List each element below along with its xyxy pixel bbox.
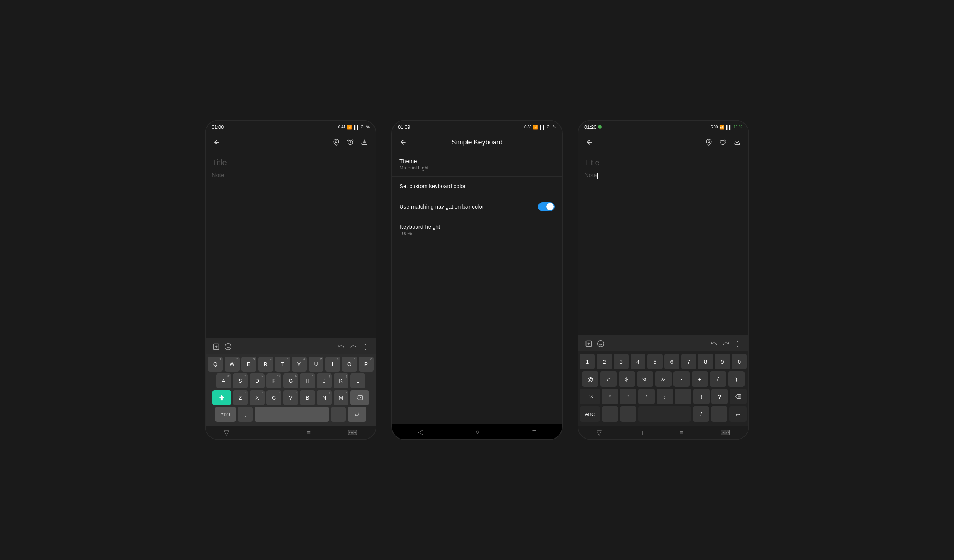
key-e[interactable]: 3E bbox=[242, 357, 256, 372]
right-kb-undo-btn[interactable] bbox=[708, 338, 720, 350]
key-j[interactable]: (J bbox=[317, 373, 332, 388]
left-kb-undo-btn[interactable] bbox=[335, 341, 347, 353]
key-w[interactable]: 2W bbox=[225, 357, 240, 372]
key-r[interactable]: 4R bbox=[258, 357, 273, 372]
key-n[interactable]: !N bbox=[317, 390, 332, 405]
right-note-area[interactable]: Title Note bbox=[578, 152, 748, 335]
key-6[interactable]: 6 bbox=[664, 354, 680, 369]
key-k[interactable]: )K bbox=[334, 373, 348, 388]
key-squote[interactable]: ' bbox=[638, 389, 655, 404]
left-alarm-button[interactable] bbox=[344, 135, 357, 149]
key-slash[interactable]: / bbox=[693, 406, 709, 422]
key-right-space[interactable] bbox=[638, 406, 691, 422]
left-nav-back[interactable]: ▽ bbox=[224, 429, 229, 437]
key-x[interactable]: ·X bbox=[250, 390, 265, 405]
key-underscore[interactable]: _ bbox=[620, 406, 636, 422]
key-q[interactable]: 1Q bbox=[208, 357, 223, 372]
settings-custom-color-item[interactable]: Set custom keyboard color bbox=[392, 177, 562, 196]
middle-nav-back[interactable]: ◁ bbox=[418, 428, 423, 436]
key-dollar[interactable]: $ bbox=[619, 371, 635, 387]
right-kb-emoji-btn[interactable] bbox=[595, 338, 607, 350]
key-right-comma[interactable]: , bbox=[602, 406, 618, 422]
right-kb-add-btn[interactable] bbox=[583, 338, 595, 350]
key-hash[interactable]: # bbox=[600, 371, 617, 387]
key-right-del[interactable] bbox=[730, 389, 747, 404]
key-more-symbols[interactable]: =\< bbox=[580, 389, 600, 404]
key-lparen[interactable]: ( bbox=[710, 371, 726, 387]
middle-nav-recent[interactable]: ≡ bbox=[532, 428, 536, 436]
key-v[interactable]: ·V bbox=[283, 390, 298, 405]
left-kb-redo-btn[interactable] bbox=[347, 341, 359, 353]
key-o[interactable]: 9O bbox=[342, 357, 357, 372]
right-kb-redo-btn[interactable] bbox=[720, 338, 732, 350]
right-nav-home[interactable]: □ bbox=[639, 429, 643, 437]
key-rparen[interactable]: ) bbox=[728, 371, 745, 387]
key-semicolon[interactable]: ; bbox=[675, 389, 691, 404]
right-nav-back[interactable]: ▽ bbox=[597, 429, 602, 437]
key-abc[interactable]: ABC bbox=[580, 406, 600, 422]
key-4[interactable]: 4 bbox=[631, 354, 645, 369]
key-plus[interactable]: + bbox=[692, 371, 708, 387]
key-7[interactable]: 7 bbox=[681, 354, 696, 369]
middle-nav-home[interactable]: ○ bbox=[475, 428, 480, 436]
left-kb-more-btn[interactable]: ⋮ bbox=[359, 341, 371, 353]
left-kb-add-btn[interactable] bbox=[210, 341, 222, 353]
key-f[interactable]: %F bbox=[267, 373, 281, 388]
key-period[interactable]: . bbox=[331, 407, 346, 422]
key-u[interactable]: 7U bbox=[309, 357, 323, 372]
key-right-period[interactable]: . bbox=[711, 406, 728, 422]
left-kb-emoji-btn[interactable] bbox=[222, 341, 234, 353]
key-amp[interactable]: & bbox=[655, 371, 672, 387]
key-d[interactable]: $D bbox=[250, 373, 265, 388]
key-t[interactable]: 5T bbox=[275, 357, 290, 372]
key-a[interactable]: @A bbox=[216, 373, 231, 388]
key-5[interactable]: 5 bbox=[647, 354, 662, 369]
left-back-button[interactable] bbox=[210, 135, 224, 149]
key-star[interactable]: * bbox=[602, 389, 618, 404]
key-comma[interactable]: , bbox=[238, 407, 253, 422]
key-question[interactable]: ? bbox=[711, 389, 728, 404]
right-pin-button[interactable] bbox=[702, 135, 716, 149]
settings-kb-height-item[interactable]: Keyboard height 100% bbox=[392, 218, 562, 243]
key-minus[interactable]: - bbox=[673, 371, 690, 387]
key-at[interactable]: @ bbox=[582, 371, 599, 387]
key-y[interactable]: 6Y bbox=[292, 357, 307, 372]
key-space[interactable] bbox=[254, 407, 329, 422]
settings-theme-item[interactable]: Theme Material Light bbox=[392, 152, 562, 177]
key-i[interactable]: 8I bbox=[325, 357, 340, 372]
key-enter[interactable] bbox=[348, 407, 366, 422]
right-alarm-button[interactable] bbox=[716, 135, 730, 149]
left-note-area[interactable]: Title Note bbox=[206, 152, 376, 338]
key-l[interactable]: -L bbox=[350, 373, 365, 388]
left-pin-button[interactable] bbox=[329, 135, 343, 149]
key-g[interactable]: &G bbox=[283, 373, 298, 388]
key-c[interactable]: ·C bbox=[267, 390, 281, 405]
key-3[interactable]: 3 bbox=[614, 354, 629, 369]
key-exclaim[interactable]: ! bbox=[693, 389, 709, 404]
key-delete[interactable] bbox=[350, 390, 369, 405]
key-8[interactable]: 8 bbox=[698, 354, 713, 369]
key-s[interactable]: #S bbox=[233, 373, 248, 388]
right-nav-keyboard[interactable]: ⌨ bbox=[720, 429, 730, 437]
key-m[interactable]: ?M bbox=[334, 390, 348, 405]
key-h[interactable]: +H bbox=[300, 373, 315, 388]
key-1[interactable]: 1 bbox=[580, 354, 595, 369]
left-save-button[interactable] bbox=[358, 135, 371, 149]
right-save-button[interactable] bbox=[730, 135, 744, 149]
left-nav-keyboard[interactable]: ⌨ bbox=[348, 429, 357, 437]
key-b[interactable]: :B bbox=[300, 390, 315, 405]
right-nav-recent[interactable]: ≡ bbox=[680, 429, 683, 437]
key-z[interactable]: *Z bbox=[233, 390, 248, 405]
left-nav-home[interactable]: □ bbox=[266, 429, 270, 437]
key-shift[interactable] bbox=[212, 390, 231, 405]
key-9[interactable]: 9 bbox=[715, 354, 730, 369]
key-percent[interactable]: % bbox=[637, 371, 653, 387]
key-symbols[interactable]: ?123 bbox=[215, 407, 236, 422]
settings-nav-bar-toggle[interactable] bbox=[538, 202, 555, 211]
right-back-button[interactable] bbox=[583, 135, 596, 149]
left-nav-recent[interactable]: ≡ bbox=[307, 429, 311, 437]
settings-nav-bar-item[interactable]: Use matching navigation bar color bbox=[392, 196, 562, 218]
middle-back-button[interactable] bbox=[396, 135, 410, 149]
key-0[interactable]: 0 bbox=[732, 354, 747, 369]
key-dquote[interactable]: " bbox=[620, 389, 636, 404]
